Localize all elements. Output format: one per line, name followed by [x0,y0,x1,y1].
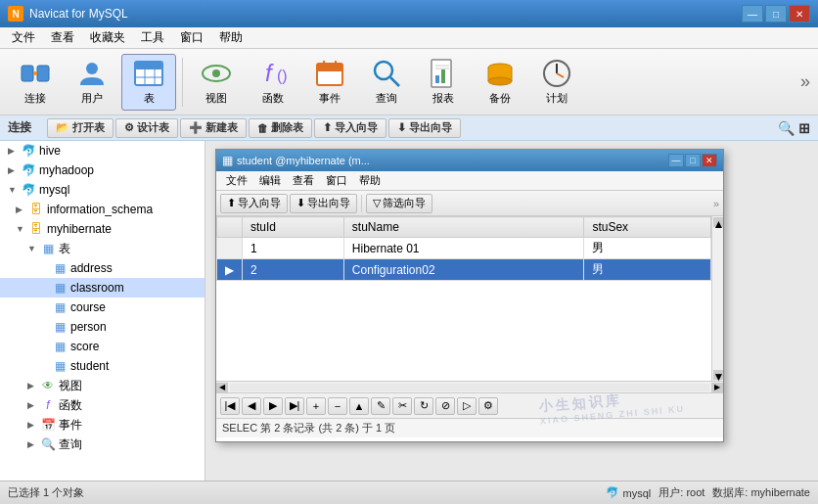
delete-table-btn[interactable]: 🗑 删除表 [249,118,312,138]
toolbar-table[interactable]: 表 [121,54,176,111]
cell-stusex-2: 男 [584,259,711,281]
col-stuname[interactable]: stuName [343,217,584,238]
toolbar-event[interactable]: 事件 [302,54,357,111]
window-controls[interactable]: — □ ✕ [742,5,810,23]
toolbar-plan[interactable]: 计划 [529,54,584,111]
minimize-button[interactable]: — [742,5,763,23]
toolbar-view[interactable]: 视图 [189,54,244,111]
nav-cut-btn[interactable]: ✂ [392,397,412,415]
inner-hscrollbar[interactable]: ◀ ▶ [216,381,723,392]
nav-up-btn[interactable]: ▲ [349,397,369,415]
tree-item-mysql[interactable]: ▼ 🐬 mysql [0,180,204,200]
toolbar-user[interactable]: 用户 [65,54,119,111]
import-wizard-icon: ⬆ [227,197,236,209]
toolbar-query[interactable]: 查询 [359,54,414,111]
toolbar-more[interactable]: » [800,71,810,92]
table-row[interactable]: 1 Hibernate 01 男 [217,238,711,259]
new-table-btn[interactable]: ➕ 新建表 [180,118,247,138]
inner-minimize-btn[interactable]: — [668,154,684,167]
inner-maximize-btn[interactable]: □ [685,154,701,167]
export-label: 导出向导 [409,120,452,135]
status-db-name: mysql [623,487,652,499]
inner-menu-view[interactable]: 查看 [287,171,320,190]
tree-label-views: 视图 [59,378,82,394]
tree-item-hive[interactable]: ▶ 🐬 hive [0,141,204,160]
inner-data-area[interactable]: stuId stuName stuSex 1 Hibernate 01 男 [216,216,711,381]
menu-tools[interactable]: 工具 [133,27,172,48]
nav-stop-btn[interactable]: ⊘ [435,397,455,415]
toolbar-report[interactable]: 报表 [416,54,471,111]
toolbar-backup-label: 备份 [489,91,511,106]
tree-label-is: information_schema [47,203,153,216]
nav-edit-btn[interactable]: ✎ [371,397,390,415]
tree-item-queries[interactable]: ▶ 🔍 查询 [0,435,204,454]
tree-item-events[interactable]: ▶ 📅 事件 [0,415,204,435]
scroll-right[interactable]: ▶ [711,383,723,392]
toolbar-view-label: 视图 [205,91,227,106]
inner-window-controls[interactable]: — □ ✕ [668,154,717,167]
scroll-left[interactable]: ◀ [216,383,228,392]
tree-item-funcs[interactable]: ▶ f 函数 [0,395,204,415]
cell-stuname-2: Configuration02 [343,259,584,281]
nav-delete-btn[interactable]: − [328,397,347,415]
action-buttons: 📂 打开表 ⚙ 设计表 ➕ 新建表 🗑 删除表 ⬆ 导入向导 ⬇ 导出向导 [47,118,778,138]
tree-item-address[interactable]: ▦ address [0,258,204,278]
nav-last-btn[interactable]: ▶| [285,397,304,415]
search-icon[interactable]: 🔍 [778,120,795,136]
menu-view[interactable]: 查看 [43,27,82,48]
filter-wizard-btn[interactable]: ▽ 筛选向导 [366,194,432,213]
tree-item-information-schema[interactable]: ▶ 🗄 information_schema [0,200,204,219]
tree-item-course[interactable]: ▦ course [0,298,204,317]
menu-window[interactable]: 窗口 [172,27,211,48]
import-wizard-inner-btn[interactable]: ⬆ 导入向导 [220,194,288,213]
inner-toolbar-more[interactable]: » [713,198,719,209]
col-stuid[interactable]: stuId [243,217,344,238]
toolbar-connect[interactable]: 连接 [8,54,63,111]
import-wizard-btn[interactable]: ⬆ 导入向导 [314,118,386,138]
close-button[interactable]: ✕ [789,5,810,23]
grid-icon[interactable]: ⊞ [798,120,810,136]
nav-add-btn[interactable]: + [306,397,326,415]
tree-item-person[interactable]: ▦ person [0,317,204,337]
menu-file[interactable]: 文件 [4,27,43,48]
toolbar-backup[interactable]: 备份 [473,54,527,111]
inner-toolbar-sep [361,195,362,212]
export-wizard-btn[interactable]: ⬇ 导出向导 [388,118,461,138]
nav-first-btn[interactable]: |◀ [220,397,240,415]
inner-menu-file[interactable]: 文件 [220,171,253,190]
cell-stuid-1: 1 [243,238,344,259]
nav-run-btn[interactable]: ▷ [457,397,477,415]
menu-help[interactable]: 帮助 [211,27,250,48]
nav-prev-btn[interactable]: ◀ [242,397,261,415]
toolbar-function[interactable]: f () 函数 [246,54,300,111]
tree-item-tables[interactable]: ▼ ▦ 表 [0,239,204,258]
tree-item-views[interactable]: ▶ 👁 视图 [0,376,204,395]
tree-item-classroom[interactable]: ▦ classroom [0,278,204,298]
export-wizard-inner-btn[interactable]: ⬇ 导出向导 [290,194,357,213]
scroll-down[interactable]: ▼ [713,370,723,380]
inner-menu-window[interactable]: 窗口 [320,171,353,190]
inner-menu-edit[interactable]: 编辑 [253,171,287,190]
inner-scrollbar[interactable]: ▲ ▼ [711,216,723,381]
nav-refresh-btn[interactable]: ↻ [414,397,433,415]
tree-item-myhadoop[interactable]: ▶ 🐬 myhadoop [0,160,204,180]
open-table-btn[interactable]: 📂 打开表 [47,118,114,138]
col-stusex[interactable]: stuSex [584,217,711,238]
arrow-is: ▶ [16,205,25,214]
maximize-button[interactable]: □ [765,5,787,23]
new-table-icon: ➕ [189,121,203,134]
data-table: stuId stuName stuSex 1 Hibernate 01 男 [216,216,711,281]
plan-icon [541,58,572,89]
nav-settings-btn[interactable]: ⚙ [478,397,498,415]
menu-favorites[interactable]: 收藏夹 [82,27,133,48]
tree-item-score[interactable]: ▦ score [0,337,204,356]
scroll-up[interactable]: ▲ [713,217,723,227]
nav-next-btn[interactable]: ▶ [263,397,283,415]
inner-menu-help[interactable]: 帮助 [353,171,386,190]
hscroll-track [230,384,709,391]
tree-item-student[interactable]: ▦ student [0,356,204,376]
table-row[interactable]: ▶ 2 Configuration02 男 [217,259,711,281]
inner-close-btn[interactable]: ✕ [702,154,717,167]
tree-item-myhibernate[interactable]: ▼ 🗄 myhibernate [0,219,204,239]
design-table-btn[interactable]: ⚙ 设计表 [115,118,178,138]
